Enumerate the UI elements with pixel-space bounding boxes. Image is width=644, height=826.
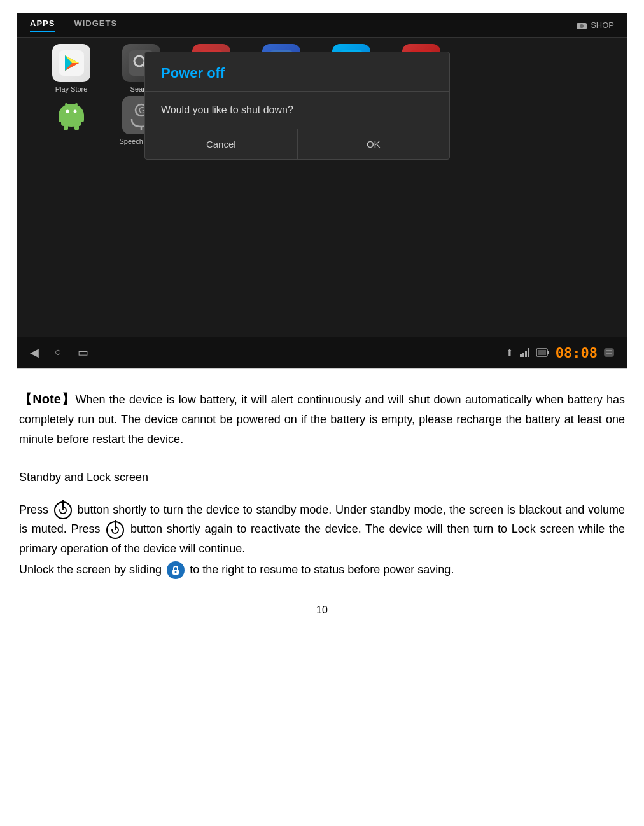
signal-icon [520, 348, 530, 357]
screenshot-area: APPS WIDGETS SHOP [17, 13, 627, 369]
lock-icon [167, 561, 185, 579]
storage-icon [604, 348, 614, 357]
svg-rect-29 [59, 113, 63, 122]
svg-rect-45 [525, 351, 527, 357]
nav-buttons: ◀ ○ ▭ [30, 346, 88, 360]
section-paragraph: Press button shortly to turn the device … [19, 500, 625, 559]
back-button[interactable]: ◀ [30, 346, 39, 360]
svg-point-33 [66, 110, 69, 113]
svg-rect-51 [606, 350, 612, 351]
svg-point-34 [74, 110, 77, 113]
status-time: 08:08 [556, 345, 598, 361]
svg-rect-48 [547, 351, 549, 354]
svg-point-38 [75, 103, 78, 106]
recent-apps-button[interactable]: ▭ [78, 346, 88, 360]
svg-rect-52 [606, 353, 612, 354]
power-dialog-buttons: Cancel OK [145, 129, 449, 159]
svg-rect-31 [64, 124, 68, 130]
cancel-button[interactable]: Cancel [145, 129, 298, 159]
section-text-4: to the right to resume to status before … [190, 563, 454, 576]
section-text-3: Unlock the screen by sliding [19, 563, 162, 576]
section-content: Press button shortly to turn the device … [19, 500, 625, 579]
status-area: ⬆ 08:08 [506, 345, 614, 361]
tab-widgets[interactable]: WIDGETS [74, 18, 117, 32]
app-drawer: APPS WIDGETS SHOP [17, 13, 627, 368]
svg-rect-32 [74, 124, 79, 130]
app-android[interactable]: Android [43, 96, 100, 145]
app-playstore[interactable]: Play Store [43, 44, 100, 93]
svg-rect-46 [528, 348, 529, 357]
page-number: 10 [0, 605, 644, 616]
shop-button[interactable]: SHOP [576, 20, 614, 30]
power-dialog-title: Power off [145, 52, 449, 92]
ok-button[interactable]: OK [298, 129, 450, 159]
svg-rect-43 [520, 354, 522, 357]
unlock-paragraph: Unlock the screen by sliding to the righ… [19, 560, 625, 580]
camera-icon [576, 21, 587, 30]
svg-rect-49 [538, 350, 546, 355]
drawer-tabs: APPS WIDGETS SHOP [17, 13, 627, 38]
home-button[interactable]: ○ [55, 346, 62, 360]
power-off-dialog: Power off Would you like to shut down? C… [144, 52, 450, 160]
svg-rect-30 [80, 113, 84, 122]
playstore-label: Play Store [55, 85, 88, 93]
power-dialog-message: Would you like to shut down? [145, 92, 449, 129]
svg-rect-44 [522, 353, 524, 357]
tab-apps[interactable]: APPS [30, 18, 55, 32]
note-bracket: 【Note】 [19, 392, 75, 406]
note-paragraph: 【Note】When the device is low battery, it… [19, 388, 625, 449]
svg-point-1 [580, 24, 584, 28]
usb-icon: ⬆ [506, 347, 514, 358]
navigation-bar: ◀ ○ ▭ ⬆ 08:08 [17, 337, 627, 368]
content-area: 【Note】When the device is low battery, it… [0, 369, 644, 592]
svg-point-58 [175, 571, 177, 573]
section-heading: Standby and Lock screen [19, 468, 625, 487]
android-icon [52, 96, 90, 134]
svg-point-37 [65, 103, 67, 106]
note-text: When the device is low battery, it will … [19, 393, 625, 445]
power-button-icon-2 [106, 521, 124, 539]
power-button-icon-1 [54, 501, 72, 519]
playstore-icon [52, 44, 90, 82]
svg-rect-28 [61, 112, 81, 126]
press-label-1: Press [19, 503, 48, 516]
battery-icon [536, 348, 549, 357]
